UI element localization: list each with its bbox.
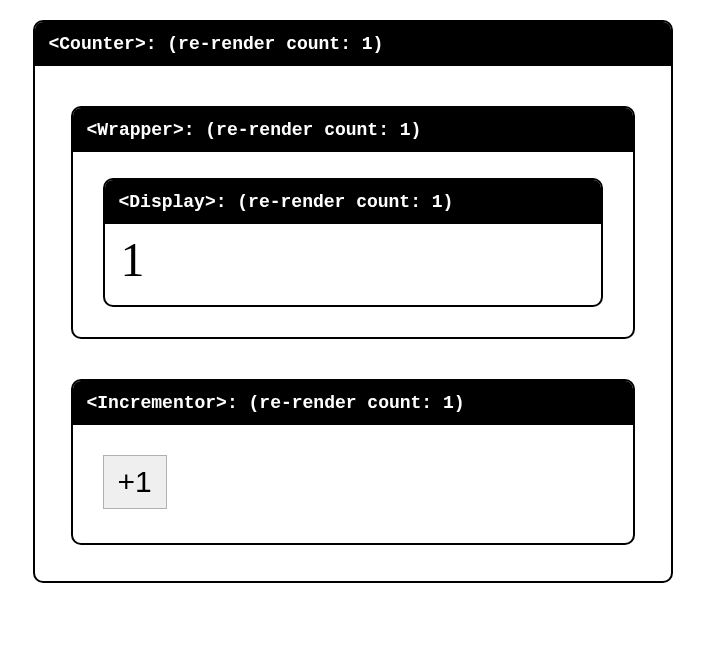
incrementor-panel: <Incrementor>: (re-render count: 1) +1 [71, 379, 635, 545]
display-panel: <Display>: (re-render count: 1) 1 [103, 178, 603, 307]
display-header: <Display>: (re-render count: 1) [105, 180, 601, 224]
display-value: 1 [121, 234, 585, 287]
counter-header: <Counter>: (re-render count: 1) [35, 22, 671, 66]
wrapper-header: <Wrapper>: (re-render count: 1) [73, 108, 633, 152]
counter-panel: <Counter>: (re-render count: 1) <Wrapper… [33, 20, 673, 583]
wrapper-panel: <Wrapper>: (re-render count: 1) <Display… [71, 106, 635, 339]
incrementor-body: +1 [73, 425, 633, 543]
display-body: 1 [105, 224, 601, 305]
incrementor-header: <Incrementor>: (re-render count: 1) [73, 381, 633, 425]
wrapper-body: <Display>: (re-render count: 1) 1 [73, 152, 633, 337]
counter-body: <Wrapper>: (re-render count: 1) <Display… [35, 66, 671, 581]
increment-button[interactable]: +1 [103, 455, 167, 509]
